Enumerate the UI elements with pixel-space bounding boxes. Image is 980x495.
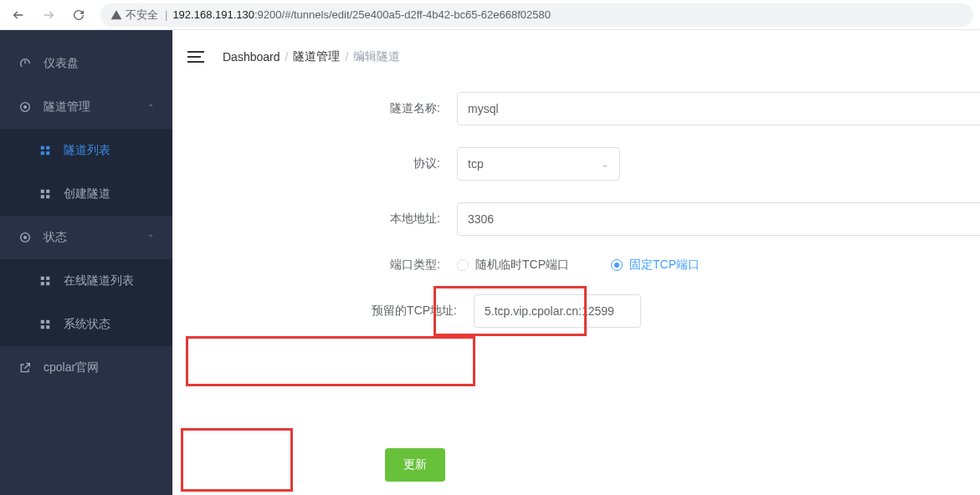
grid-icon	[38, 187, 52, 201]
update-button[interactable]: 更新	[385, 448, 445, 482]
radio-label: 固定TCP端口	[629, 258, 700, 273]
sidebar-item-create-tunnel[interactable]: 创建隧道	[0, 172, 172, 216]
sidebar: 仪表盘 隧道管理 ⌃ 隧道列表 创建隧道	[0, 30, 172, 495]
url-host: 192.168.191.130	[172, 8, 254, 21]
breadcrumb-sep: /	[285, 50, 289, 64]
sidebar-item-status[interactable]: 状态 ⌃	[0, 216, 172, 259]
svg-rect-13	[46, 277, 49, 280]
menu-toggle[interactable]	[187, 51, 204, 63]
external-icon	[18, 361, 32, 375]
sidebar-item-online-list[interactable]: 在线隧道列表	[0, 259, 172, 303]
tunnel-name-input[interactable]: mysql	[457, 92, 980, 125]
sidebar-item-dashboard[interactable]: 仪表盘	[0, 42, 172, 85]
breadcrumb-item-current: 编辑隧道	[353, 49, 400, 64]
port-type-radios: 随机临时TCP端口 固定TCP端口	[457, 258, 700, 273]
svg-rect-3	[46, 146, 49, 150]
sidebar-item-label: 仪表盘	[44, 56, 154, 71]
tunnel-name-label: 隧道名称:	[172, 101, 457, 116]
content: Dashboard / 隧道管理 / 编辑隧道 隧道名称: mysql 协议: …	[172, 30, 980, 495]
insecure-label: 不安全	[126, 8, 158, 23]
sidebar-item-official-site[interactable]: cpolar官网	[0, 346, 172, 390]
svg-rect-8	[41, 195, 44, 198]
protocol-label: 协议:	[172, 156, 457, 171]
breadcrumb-item[interactable]: 隧道管理	[293, 49, 340, 64]
protocol-select[interactable]: tcp ⌄	[457, 147, 620, 181]
highlight-box	[181, 428, 293, 492]
reload-button[interactable]	[67, 3, 90, 27]
svg-point-11	[23, 236, 27, 239]
sidebar-item-label: 隧道管理	[44, 100, 136, 115]
arrow-left-icon	[12, 8, 25, 22]
svg-rect-17	[46, 320, 49, 324]
svg-rect-7	[46, 190, 49, 193]
sidebar-item-label: 创建隧道	[64, 186, 154, 202]
breadcrumb: Dashboard / 隧道管理 / 编辑隧道	[223, 49, 400, 64]
submit-wrap: 更新	[363, 448, 445, 482]
grid-icon	[38, 144, 52, 157]
port-type-label: 端口类型:	[172, 258, 457, 273]
grid-icon	[38, 274, 52, 288]
sidebar-item-label: cpolar官网	[44, 360, 154, 375]
svg-rect-15	[46, 282, 49, 285]
tunnel-icon	[18, 100, 32, 114]
sidebar-item-label: 隧道列表	[64, 143, 154, 158]
update-button-label: 更新	[403, 457, 427, 472]
sidebar-item-label: 在线隧道列表	[64, 273, 154, 288]
svg-rect-2	[41, 146, 44, 150]
radio-icon	[457, 259, 469, 271]
svg-rect-16	[41, 320, 44, 324]
grid-icon	[38, 318, 52, 331]
url-bar[interactable]: 不安全 | 192.168.191.130 :9200 /#/tunnels/e…	[100, 3, 973, 27]
local-addr-input[interactable]: 3306	[457, 202, 980, 236]
highlight-box	[186, 336, 475, 386]
insecure-indicator: 不安全	[110, 8, 158, 23]
port-type-random[interactable]: 随机临时TCP端口	[457, 258, 569, 273]
sidebar-item-label: 状态	[44, 230, 136, 245]
port-type-fixed[interactable]: 固定TCP端口	[611, 258, 700, 273]
reserved-addr-label: 预留的TCP地址:	[172, 304, 474, 319]
svg-rect-12	[41, 277, 44, 280]
chevron-down-icon: ⌄	[601, 158, 609, 170]
svg-rect-5	[46, 151, 49, 155]
back-button[interactable]	[7, 3, 30, 27]
sidebar-item-tunnel-list[interactable]: 隧道列表	[0, 129, 172, 172]
sidebar-item-label: 系统状态	[64, 317, 154, 332]
breadcrumb-sep: /	[345, 50, 348, 64]
radio-icon	[611, 259, 623, 271]
svg-rect-6	[41, 190, 44, 193]
status-icon	[18, 231, 32, 244]
radio-label: 随机临时TCP端口	[475, 258, 569, 273]
svg-rect-4	[41, 151, 44, 155]
breadcrumb-bar: Dashboard / 隧道管理 / 编辑隧道	[172, 30, 980, 84]
edit-tunnel-form: 隧道名称: mysql 协议: tcp ⌄ 本地地址: 3306 端口类型:	[172, 84, 980, 328]
sidebar-item-system-status[interactable]: 系统状态	[0, 303, 172, 346]
chevron-up-icon: ⌃	[147, 103, 154, 112]
chevron-up-icon: ⌃	[147, 233, 154, 242]
local-addr-label: 本地地址:	[172, 212, 457, 227]
svg-point-1	[23, 105, 27, 109]
url-port: :9200	[254, 8, 282, 21]
reserved-addr-input[interactable]: 5.tcp.vip.cpolar.cn:12599	[474, 294, 641, 328]
url-path: /#/tunnels/edit/25e400a5-d2ff-4b42-bc65-…	[282, 8, 551, 21]
browser-bar: 不安全 | 192.168.191.130 :9200 /#/tunnels/e…	[0, 0, 980, 30]
svg-rect-9	[46, 195, 49, 198]
svg-rect-14	[41, 282, 44, 285]
url-divider: |	[165, 8, 167, 21]
sidebar-item-tunnels[interactable]: 隧道管理 ⌃	[0, 85, 172, 129]
reload-icon	[72, 8, 85, 22]
warning-icon	[110, 9, 122, 21]
arrow-right-icon	[42, 8, 55, 22]
sidebar-submenu-status: 在线隧道列表 系统状态	[0, 259, 172, 346]
svg-rect-19	[46, 325, 49, 329]
forward-button[interactable]	[37, 3, 60, 27]
breadcrumb-item[interactable]: Dashboard	[223, 50, 280, 64]
svg-rect-18	[41, 325, 44, 329]
sidebar-submenu-tunnels: 隧道列表 创建隧道	[0, 129, 172, 216]
dashboard-icon	[18, 57, 32, 70]
